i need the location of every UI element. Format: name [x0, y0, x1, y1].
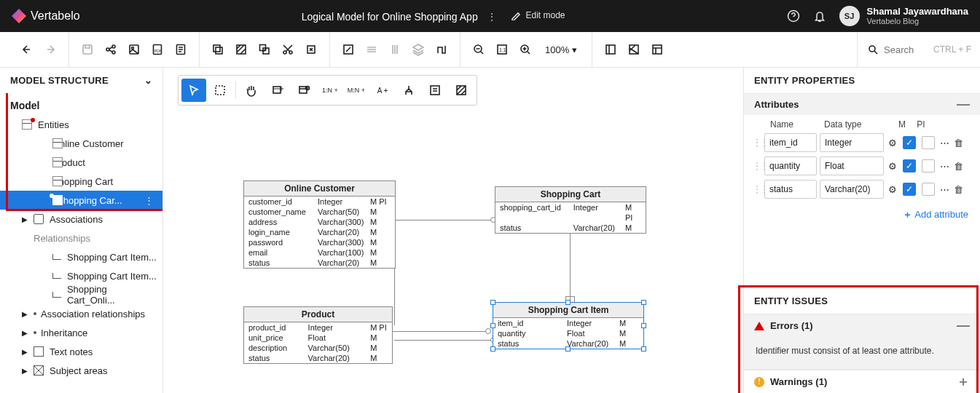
redo-button[interactable]: [42, 41, 58, 57]
tree-assoc-rel[interactable]: ▶ Association relationships: [0, 304, 162, 323]
sidebar-header[interactable]: MODEL STRUCTURE ⌄: [0, 68, 162, 93]
add-entity-tool[interactable]: [265, 79, 290, 102]
route-button[interactable]: [434, 41, 450, 57]
text-export-button[interactable]: [173, 41, 189, 57]
align-h-button[interactable]: [364, 41, 380, 57]
tree-entity-shopping-cart[interactable]: Shopping Cart: [0, 172, 162, 191]
collapse-icon[interactable]: —: [957, 325, 970, 327]
m-n-tool[interactable]: M:N +: [344, 79, 369, 102]
edit-mode-indicator[interactable]: Edit mode: [511, 10, 565, 20]
more-icon[interactable]: ⋯: [939, 138, 951, 148]
hatch2-button[interactable]: [256, 41, 273, 57]
gear-icon[interactable]: ⚙: [887, 161, 898, 172]
search-input[interactable]: [884, 44, 928, 55]
share-button[interactable]: [103, 41, 119, 57]
mandatory-checkbox[interactable]: ✓: [903, 183, 916, 196]
tree-entities[interactable]: ▼ Entities: [0, 115, 162, 134]
attr-name-input[interactable]: status: [764, 180, 817, 199]
drag-handle-icon[interactable]: ⋮⋮: [753, 140, 761, 146]
tree-relationship[interactable]: Shopping Cart Item...: [0, 247, 162, 266]
hatch1-button[interactable]: [233, 41, 249, 57]
a-tool[interactable]: A +: [370, 79, 395, 102]
errors-row[interactable]: Errors (1) —: [744, 314, 980, 337]
mandatory-checkbox[interactable]: ✓: [903, 159, 916, 172]
add-attribute[interactable]: ＋ Add attribute: [744, 201, 980, 231]
tree-associations[interactable]: ▶ Associations: [0, 210, 162, 229]
select-tool[interactable]: [181, 79, 206, 102]
area-tool[interactable]: [449, 79, 474, 102]
attr-name-input[interactable]: quantity: [764, 156, 817, 175]
note-tool[interactable]: [423, 79, 447, 102]
selection-handle[interactable]: [641, 346, 646, 352]
mandatory-checkbox[interactable]: ✓: [903, 136, 916, 149]
help-icon[interactable]: [787, 9, 800, 23]
attr-type-input[interactable]: Float: [820, 156, 884, 175]
bell-icon[interactable]: [813, 9, 826, 23]
more-icon[interactable]: ⋯: [939, 184, 951, 195]
entity-shopping-cart[interactable]: Shopping Cart shopping_cart_idIntegerM P…: [495, 186, 646, 234]
tree-relationships[interactable]: Relationships: [0, 229, 162, 247]
zoom-in-button[interactable]: [517, 41, 533, 57]
tree-root[interactable]: Model: [0, 96, 162, 115]
inherit-tool[interactable]: [396, 79, 421, 102]
entity-shopping-cart-item[interactable]: Shopping Cart Item item_idIntegerMquanti…: [493, 302, 644, 349]
gear-icon[interactable]: ⚙: [887, 184, 898, 195]
marquee-tool[interactable]: [208, 79, 232, 102]
canvas[interactable]: 1:N + M:N + A + Online Customer customer…: [163, 68, 743, 393]
entity-online-customer[interactable]: Online Customer customer_idIntegerM PIcu…: [243, 180, 396, 269]
tree-subjectareas[interactable]: ▶ Subject areas: [0, 361, 162, 380]
logo[interactable]: Vertabelo: [12, 9, 80, 23]
attr-type-input[interactable]: Integer: [820, 133, 884, 152]
selection-handle[interactable]: [641, 323, 646, 328]
attr-type-input[interactable]: Varchar(20): [820, 180, 884, 199]
warnings-row[interactable]: ! Warnings (1) ＋: [744, 370, 980, 393]
tree-textnotes[interactable]: ▶ Text notes: [0, 342, 162, 361]
trash-icon[interactable]: 🗑: [954, 161, 965, 172]
tree-entity-online-customer[interactable]: Online Customer: [0, 134, 162, 153]
tree-entity-shopping-cart-item[interactable]: Shopping Car... ⋮: [0, 191, 162, 210]
expand-icon[interactable]: ＋: [957, 381, 970, 383]
delete-button[interactable]: [303, 41, 319, 57]
tree-relationship[interactable]: Shopping Cart_Onli...: [0, 285, 162, 304]
trash-icon[interactable]: 🗑: [954, 138, 965, 148]
add-entity-alt-tool[interactable]: [291, 79, 316, 102]
attr-name-input[interactable]: item_id: [764, 133, 817, 152]
entity-product[interactable]: Product product_idIntegerM PIunit_priceF…: [243, 306, 393, 364]
fit-button[interactable]: [340, 41, 356, 57]
drag-handle-icon[interactable]: ⋮⋮: [753, 186, 761, 192]
selection-handle[interactable]: [490, 323, 495, 328]
image-export-button[interactable]: [126, 41, 142, 57]
one-n-tool[interactable]: 1:N +: [318, 79, 342, 102]
item-menu-icon[interactable]: ⋮: [141, 195, 157, 206]
copy-button[interactable]: [210, 41, 226, 57]
tree-inheritance[interactable]: ▶ Inheritance: [0, 323, 162, 342]
layers-button[interactable]: [410, 41, 426, 57]
trash-icon[interactable]: 🗑: [954, 184, 965, 195]
pan-tool[interactable]: [239, 79, 264, 102]
selection-handle[interactable]: [641, 300, 646, 305]
tree-relationship[interactable]: Shopping Cart Item...: [0, 266, 162, 285]
pi-checkbox[interactable]: [922, 183, 935, 196]
cut-button[interactable]: [280, 41, 296, 57]
zoom-value[interactable]: 100%▾: [541, 44, 581, 55]
selection-handle[interactable]: [565, 300, 571, 305]
user-menu[interactable]: SJ Shamal Jayawardhana Vertabelo Blog: [839, 6, 968, 27]
zoom-reset-button[interactable]: 1:1: [494, 41, 510, 57]
panel-mid-button[interactable]: [626, 41, 642, 57]
zoom-out-button[interactable]: [471, 41, 487, 57]
collapse-icon[interactable]: —: [957, 104, 970, 106]
selection-handle[interactable]: [565, 346, 571, 352]
tree-entity-product[interactable]: Product: [0, 153, 162, 172]
save-button[interactable]: [79, 41, 95, 57]
panel-left-button[interactable]: [603, 41, 619, 57]
undo-button[interactable]: [19, 41, 35, 57]
pi-checkbox[interactable]: [922, 159, 935, 172]
gear-icon[interactable]: ⚙: [887, 138, 898, 148]
attributes-header[interactable]: Attributes —: [744, 94, 980, 115]
more-icon[interactable]: ⋯: [939, 161, 951, 172]
panel-right-button[interactable]: [649, 41, 665, 57]
pdf-export-button[interactable]: PDF: [149, 41, 165, 57]
pi-checkbox[interactable]: [922, 136, 935, 149]
search-box[interactable]: CTRL + F: [857, 32, 971, 67]
align-v-button[interactable]: [387, 41, 403, 57]
